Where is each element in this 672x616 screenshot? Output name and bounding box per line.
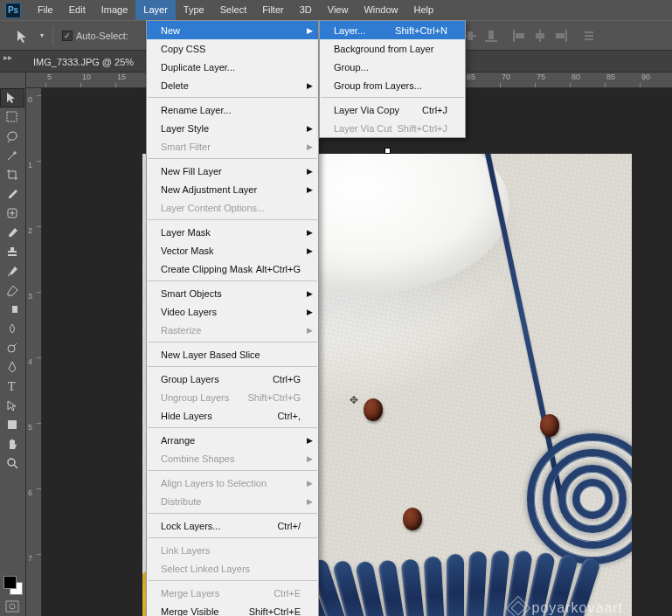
quickmask-icon[interactable] [5, 600, 19, 614]
ruler-tick-label: 5 [28, 423, 32, 432]
hand-tool[interactable] [0, 434, 24, 453]
color-swatches[interactable] [3, 576, 23, 595]
layer-menu[interactable]: New▶Copy CSSDuplicate Layer...Delete▶Ren… [146, 20, 319, 616]
menu-item: Merge LayersCtrl+E [147, 584, 318, 602]
app-logo[interactable]: Ps [5, 3, 21, 18]
blur-tool[interactable] [0, 319, 24, 338]
menu-item[interactable]: Layer Mask▶ [147, 223, 318, 241]
menu-item[interactable]: New Layer Based Slice [147, 345, 318, 363]
menu-type[interactable]: Type [176, 0, 212, 20]
svg-point-24 [10, 604, 15, 609]
type-tool[interactable]: T [0, 377, 24, 396]
menu-item[interactable]: Hide LayersCtrl+, [147, 406, 318, 425]
ruler-tick-label: 4 [28, 357, 32, 366]
tool-preset-picker[interactable] [12, 25, 33, 46]
menu-item[interactable]: New Fill Layer▶ [147, 162, 318, 180]
menu-item[interactable]: Vector Mask▶ [147, 241, 318, 260]
menu-item[interactable]: Layer...Shift+Ctrl+N [320, 21, 465, 39]
submenu-arrow-icon: ▶ [307, 26, 313, 35]
document-tab[interactable]: IMG_7333.JPG @ 25% [24, 52, 142, 72]
submenu-arrow-icon: ▶ [307, 436, 313, 445]
lasso-tool[interactable] [0, 127, 24, 146]
menu-item[interactable]: Lock Layers...Ctrl+/ [147, 516, 318, 535]
submenu-arrow-icon: ▶ [307, 497, 313, 506]
ruler-tick-label: 1 [28, 161, 32, 170]
menu-separator [148, 580, 317, 581]
menu-separator [148, 219, 317, 220]
menu-item[interactable]: Delete▶ [147, 76, 318, 94]
brush-tool[interactable] [0, 223, 24, 242]
stamp-tool[interactable] [0, 242, 24, 261]
align-hcenter-icon[interactable] [531, 28, 549, 44]
ruler-tick-label: 10 [82, 73, 91, 81]
eraser-tool[interactable] [0, 280, 24, 300]
foreground-color-swatch[interactable] [3, 576, 17, 589]
menu-item: Layer Content Options... [147, 198, 318, 217]
move-tool[interactable] [0, 88, 24, 107]
menu-item[interactable]: Group... [320, 58, 465, 76]
menu-separator [148, 97, 317, 98]
canvas-area[interactable]: poyarkovaart ✥ [42, 88, 672, 616]
align-left-icon[interactable] [510, 28, 528, 44]
ruler-tick-label: 0 [28, 95, 32, 104]
wand-tool[interactable] [0, 146, 24, 165]
dodge-tool[interactable] [0, 338, 24, 357]
transform-handle[interactable] [384, 148, 391, 154]
ruler-tick-label: 7 [28, 554, 32, 563]
menu-image[interactable]: Image [94, 0, 136, 20]
submenu-arrow-icon: ▶ [307, 124, 313, 133]
menu-item[interactable]: Copy CSS [147, 39, 318, 58]
menu-window[interactable]: Window [356, 0, 405, 20]
ruler-tick-label: 65 [467, 73, 475, 81]
align-right-icon[interactable] [552, 28, 570, 44]
new-submenu[interactable]: Layer...Shift+Ctrl+NBackground from Laye… [319, 20, 466, 138]
distribute-icon[interactable] [580, 28, 598, 44]
svg-rect-14 [585, 38, 593, 40]
path-tool[interactable] [0, 396, 24, 415]
menu-item[interactable]: Background from Layer [320, 39, 465, 58]
auto-select-checkbox[interactable]: ✓Auto-Select: [62, 31, 128, 41]
menu-item: Combine Shapes▶ [147, 449, 318, 467]
menu-item[interactable]: Smart Objects▶ [147, 284, 318, 302]
menu-item[interactable]: Layer Via CopyCtrl+J [320, 100, 465, 119]
submenu-arrow-icon: ▶ [307, 246, 313, 255]
menu-separator [148, 342, 317, 343]
submenu-arrow-icon: ▶ [307, 167, 313, 176]
chevron-down-icon[interactable]: ▾ [40, 31, 44, 39]
menu-3d[interactable]: 3D [292, 0, 320, 20]
menu-item[interactable]: Create Clipping MaskAlt+Ctrl+G [147, 260, 318, 278]
menu-edit[interactable]: Edit [61, 0, 94, 20]
ruler-vertical[interactable]: 012345678 [26, 88, 42, 616]
menu-item[interactable]: Merge VisibleShift+Ctrl+E [147, 602, 318, 616]
pen-tool[interactable] [0, 357, 24, 377]
menu-item[interactable]: Layer Style▶ [147, 119, 318, 137]
gradient-tool[interactable] [0, 300, 24, 319]
menu-item[interactable]: Arrange▶ [147, 431, 318, 449]
menu-item[interactable]: Video Layers▶ [147, 302, 318, 321]
menu-item[interactable]: Group from Layers... [320, 76, 465, 94]
svg-rect-10 [565, 30, 567, 42]
heal-tool[interactable] [0, 204, 24, 223]
menu-item: Align Layers to Selection▶ [147, 474, 318, 492]
menu-item[interactable]: New Adjustment Layer▶ [147, 180, 318, 198]
history-tool[interactable] [0, 261, 24, 280]
menu-file[interactable]: File [30, 0, 61, 20]
align-bottom-icon[interactable] [482, 28, 500, 44]
collapse-icon[interactable]: ▸▸ [3, 52, 12, 62]
shape-tool[interactable] [0, 415, 24, 434]
zoom-tool[interactable] [0, 453, 24, 473]
menu-layer[interactable]: Layer [135, 0, 176, 20]
menu-item[interactable]: Rename Layer... [147, 100, 318, 119]
svg-text:T: T [8, 380, 16, 393]
menu-item[interactable]: New▶ [147, 21, 318, 39]
marquee-tool[interactable] [0, 107, 24, 127]
menu-select[interactable]: Select [212, 0, 255, 20]
menu-view[interactable]: View [320, 0, 357, 20]
eyedrop-tool[interactable] [0, 184, 24, 204]
menu-item[interactable]: Group LayersCtrl+G [147, 370, 318, 388]
menu-filter[interactable]: Filter [254, 0, 291, 20]
menu-help[interactable]: Help [406, 0, 442, 20]
svg-rect-12 [585, 31, 593, 33]
crop-tool[interactable] [0, 165, 24, 184]
menu-item[interactable]: Duplicate Layer... [147, 58, 318, 76]
